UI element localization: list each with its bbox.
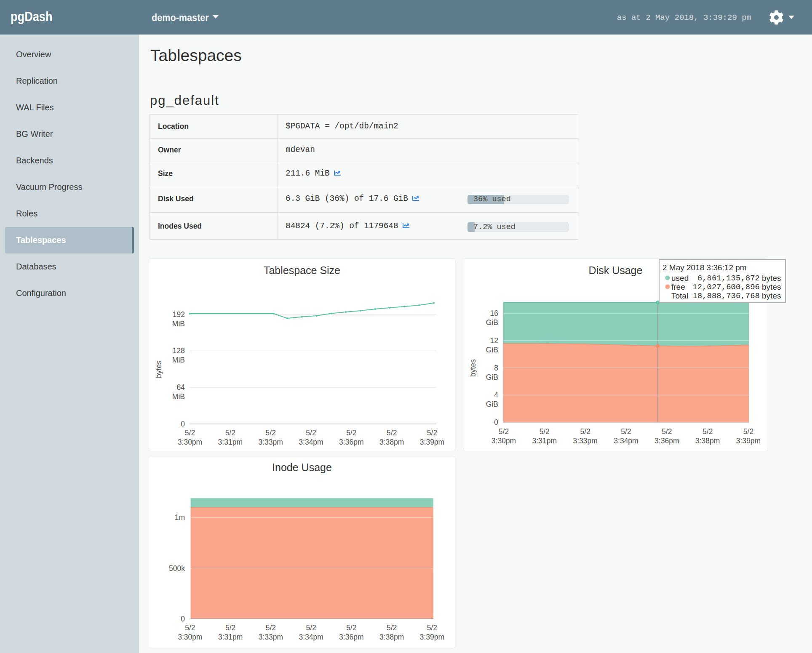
svg-text:5/2: 5/2 bbox=[306, 429, 316, 437]
svg-text:5/2: 5/2 bbox=[499, 427, 509, 436]
svg-text:5/2: 5/2 bbox=[702, 427, 713, 436]
svg-text:3:36pm: 3:36pm bbox=[339, 633, 363, 641]
svg-text:5/2: 5/2 bbox=[185, 624, 195, 632]
svg-text:3:31pm: 3:31pm bbox=[218, 438, 243, 446]
svg-text:5/2: 5/2 bbox=[266, 624, 276, 632]
svg-text:5/2: 5/2 bbox=[387, 624, 397, 632]
svg-text:5/2: 5/2 bbox=[346, 429, 356, 437]
svg-text:4: 4 bbox=[494, 391, 498, 399]
svg-text:8: 8 bbox=[494, 364, 498, 372]
svg-text:5/2: 5/2 bbox=[225, 624, 235, 632]
svg-text:3:33pm: 3:33pm bbox=[259, 633, 283, 641]
svg-text:bytes: bytes bbox=[469, 359, 477, 377]
svg-text:5/2: 5/2 bbox=[185, 429, 195, 437]
svg-text:128: 128 bbox=[173, 346, 185, 355]
svg-text:3:34pm: 3:34pm bbox=[299, 633, 323, 641]
svg-text:3:36pm: 3:36pm bbox=[339, 438, 363, 446]
svg-text:3:36pm: 3:36pm bbox=[654, 437, 679, 445]
svg-text:5/2: 5/2 bbox=[266, 429, 276, 437]
svg-text:5/2: 5/2 bbox=[621, 427, 631, 436]
svg-text:3:38pm: 3:38pm bbox=[695, 437, 720, 445]
svg-text:5/2: 5/2 bbox=[743, 427, 753, 436]
svg-text:3:33pm: 3:33pm bbox=[573, 437, 598, 445]
svg-text:GiB: GiB bbox=[486, 400, 498, 408]
svg-text:0: 0 bbox=[494, 418, 498, 426]
svg-text:5/2: 5/2 bbox=[580, 427, 590, 436]
svg-text:MiB: MiB bbox=[172, 320, 185, 328]
svg-text:5/2: 5/2 bbox=[427, 429, 437, 437]
svg-text:GiB: GiB bbox=[486, 346, 498, 354]
svg-text:16: 16 bbox=[490, 309, 498, 317]
svg-text:12: 12 bbox=[490, 336, 498, 345]
svg-text:3:39pm: 3:39pm bbox=[420, 438, 444, 446]
svg-text:3:31pm: 3:31pm bbox=[532, 437, 557, 445]
svg-text:GiB: GiB bbox=[486, 373, 498, 381]
svg-text:5/2: 5/2 bbox=[346, 624, 356, 632]
svg-text:1m: 1m bbox=[175, 513, 185, 522]
svg-text:GiB: GiB bbox=[486, 318, 498, 327]
svg-text:5/2: 5/2 bbox=[662, 427, 672, 436]
svg-text:MiB: MiB bbox=[172, 392, 185, 401]
svg-text:5/2: 5/2 bbox=[427, 624, 437, 632]
svg-text:MiB: MiB bbox=[172, 356, 185, 364]
svg-text:500k: 500k bbox=[169, 564, 185, 573]
svg-text:5/2: 5/2 bbox=[306, 624, 316, 632]
svg-text:3:34pm: 3:34pm bbox=[614, 437, 638, 445]
svg-text:3:38pm: 3:38pm bbox=[379, 438, 404, 446]
svg-text:64: 64 bbox=[177, 383, 185, 392]
svg-text:3:31pm: 3:31pm bbox=[218, 633, 243, 641]
svg-text:3:30pm: 3:30pm bbox=[491, 437, 516, 445]
svg-text:3:34pm: 3:34pm bbox=[299, 438, 323, 446]
svg-text:3:30pm: 3:30pm bbox=[178, 438, 202, 446]
svg-text:5/2: 5/2 bbox=[540, 427, 550, 436]
svg-text:3:39pm: 3:39pm bbox=[736, 437, 761, 445]
svg-text:3:30pm: 3:30pm bbox=[178, 633, 202, 641]
svg-text:3:39pm: 3:39pm bbox=[420, 633, 444, 641]
svg-text:3:33pm: 3:33pm bbox=[259, 438, 283, 446]
svg-text:5/2: 5/2 bbox=[387, 429, 397, 437]
svg-text:5/2: 5/2 bbox=[225, 429, 235, 437]
svg-text:3:38pm: 3:38pm bbox=[379, 633, 404, 641]
svg-text:192: 192 bbox=[173, 310, 185, 319]
svg-text:0: 0 bbox=[181, 615, 185, 623]
svg-text:bytes: bytes bbox=[155, 360, 163, 378]
svg-text:0: 0 bbox=[181, 420, 185, 428]
